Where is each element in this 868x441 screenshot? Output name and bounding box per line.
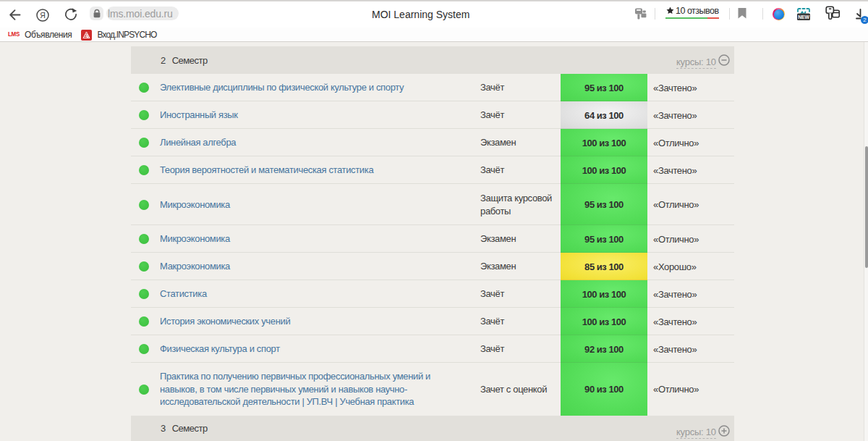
- svg-text:Я: Я: [40, 10, 46, 19]
- svg-text:NEW: NEW: [798, 14, 809, 20]
